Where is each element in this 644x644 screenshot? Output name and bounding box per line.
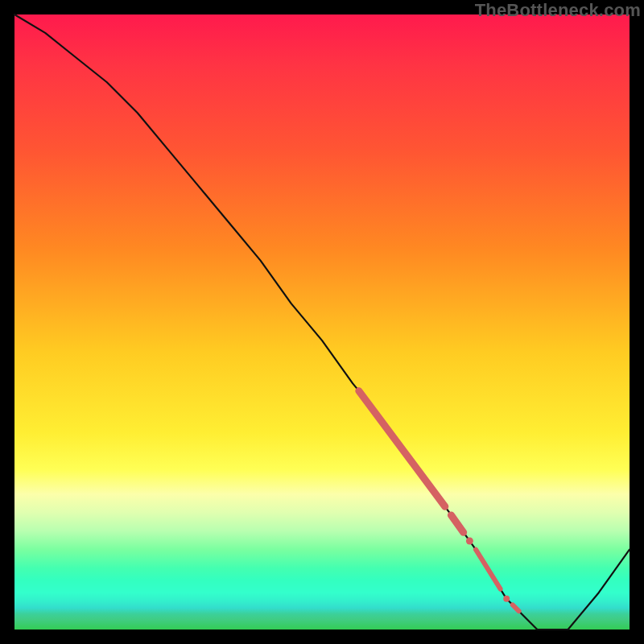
anomaly-markers (359, 391, 519, 611)
anomaly-segment (359, 391, 445, 507)
anomaly-segment (513, 605, 519, 611)
anomaly-point (503, 596, 510, 602)
chart-overlay (14, 14, 630, 630)
anomaly-point (466, 538, 473, 545)
chart-frame: TheBottleneck.com (0, 0, 644, 644)
bottleneck-curve (14, 14, 630, 630)
anomaly-segment (476, 550, 501, 589)
anomaly-segment (451, 515, 463, 532)
